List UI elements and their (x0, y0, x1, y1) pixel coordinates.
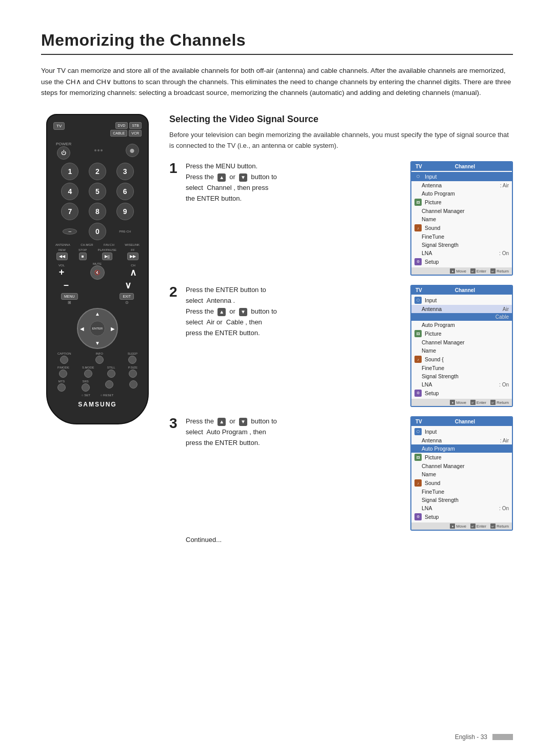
menu2-antenna-row: Antenna Air (411, 305, 512, 313)
numpad: 1 2 3 4 5 6 7 8 9 – 0 PRE-CH (53, 163, 142, 240)
sleep-button[interactable] (128, 356, 136, 364)
step-3-content: Press the ▲ or ▼ button to select Auto P… (186, 416, 513, 531)
stop-button[interactable]: ■ (79, 253, 87, 260)
mts-button[interactable] (57, 383, 66, 392)
menu-exit-row: MENU ⊞ EXIT ⊙ (53, 293, 142, 305)
func-row: ANTENNA CH.MGR FAV.CH WISELINK (53, 243, 142, 246)
transport-controls: REW ◀◀ STOP ■ PLAY/PAUSE ▶|| FF ▶▶ (53, 248, 142, 260)
step-1-number: 1 (169, 161, 180, 176)
nav-left-arrow[interactable]: ◀ (80, 325, 84, 331)
btn-3[interactable]: 3 (116, 163, 134, 180)
instructions-area: Selecting the Video Signal Source Before… (169, 114, 513, 544)
info-button[interactable] (95, 356, 104, 364)
picture-icon-2: 🖼 (414, 330, 422, 337)
samsung-logo: SAMSUNG (53, 401, 142, 408)
still-button[interactable] (107, 370, 115, 378)
source-button[interactable]: ⬤ (126, 144, 139, 157)
cable-button[interactable]: CABLE (110, 130, 127, 137)
menu2-lna: LNA : On (411, 380, 512, 389)
menu-item-autoprog: Auto Program (411, 189, 512, 198)
menu2-name: Name (411, 346, 512, 355)
btn-5[interactable]: 5 (89, 183, 106, 200)
remote-body: TV DVD STB CABLE VCR (46, 114, 149, 424)
menu3-input: ⬡ Input (411, 427, 512, 436)
set-label: ○ SET (82, 394, 90, 397)
btn-1[interactable]: 1 (61, 163, 78, 180)
menu3-signal: Signal Strength (411, 496, 512, 504)
nav-circle[interactable]: ▲ ▼ ◀ ▶ ENTER (77, 308, 118, 349)
psize-button[interactable] (129, 370, 137, 378)
prech-label: PRE-CH (119, 230, 131, 233)
menu-button[interactable]: MENU (61, 293, 78, 300)
info-label: INFO (95, 352, 103, 355)
step-1: 1 Press the MENU button. Press the ▲ or … (169, 161, 513, 276)
menu3-autoprog: Auto Program (411, 444, 512, 453)
tv-button[interactable]: TV (53, 122, 65, 130)
btn-9[interactable]: 9 (116, 203, 134, 220)
tv-menu-2-header: TV Channel (411, 286, 512, 295)
remote-control: TV DVD STB CABLE VCR (41, 114, 154, 544)
nav-down-arrow[interactable]: ▼ (95, 340, 100, 346)
menu2-autoprog: Auto Program (411, 321, 512, 329)
rew-button[interactable]: ◀◀ (56, 253, 68, 260)
footer-bar (492, 734, 513, 740)
antenna-label: ANTENNA (55, 243, 70, 246)
dvd-button[interactable]: DVD (115, 122, 128, 129)
tv-menu-3-body: ⬡ Input Antenna : Air Auto Program (411, 426, 512, 522)
mute-button[interactable]: 🔇 (90, 265, 105, 280)
caption-button[interactable] (60, 356, 68, 364)
btn-7[interactable]: 7 (61, 203, 78, 220)
vol-ch-controls: VOL + MUTE 🔇 CH ∧ (53, 262, 142, 280)
btn-0[interactable]: 0 (89, 223, 106, 240)
btn-2[interactable]: 2 (89, 163, 106, 180)
input-icon-3: ⬡ (414, 428, 422, 435)
page-title: Memorizing the Channels (41, 31, 513, 55)
smode-button[interactable] (84, 370, 92, 378)
step-2-text: Press the ENTER button to select Antenna… (186, 285, 404, 338)
btn-8[interactable]: 8 (89, 203, 106, 220)
extra-button[interactable] (105, 380, 113, 389)
vol-plus[interactable]: + (59, 267, 65, 278)
section-title: Selecting the Video Signal Source (169, 114, 513, 125)
menu2-setup: ⚙ Setup (411, 389, 512, 398)
dash-button[interactable]: – (63, 228, 77, 235)
step-2-content: Press the ENTER button to select Antenna… (186, 285, 513, 407)
tv-menu-1-header: TV Channel (411, 162, 512, 171)
tv-menu-3-footer: ✦ Move ↵ Enter ↩ Return (411, 522, 512, 530)
menu3-sound: ♪ Sound (411, 478, 512, 488)
sound-icon-3: ♪ (414, 479, 422, 487)
menu3-finetune: FineTune (411, 488, 512, 496)
vol-minus[interactable]: – (64, 280, 69, 290)
ch-down[interactable]: ∨ (125, 280, 131, 291)
input-icon-2: ⬡ (414, 297, 422, 304)
play-button[interactable]: ▶|| (102, 253, 112, 260)
menu3-antenna-row: Antenna : Air (411, 436, 512, 444)
pmode-button[interactable] (59, 370, 67, 378)
wiselink-label: WISELINK (125, 243, 140, 246)
exit-button[interactable]: EXIT (120, 293, 134, 300)
extra-button2[interactable] (129, 380, 137, 389)
caption-row: CAPTION INFO SLEEP (53, 352, 142, 364)
stb-button[interactable]: STB (129, 122, 142, 129)
power-button[interactable]: ⏻ (57, 146, 70, 160)
btn-6[interactable]: 6 (116, 183, 134, 200)
steps-container: 1 Press the MENU button. Press the ▲ or … (169, 161, 513, 531)
srs-button[interactable] (82, 383, 90, 392)
nav-right-arrow[interactable]: ▶ (111, 325, 115, 331)
nav-up-arrow[interactable]: ▲ (95, 311, 100, 317)
chmgr-label: CH.MGR (81, 243, 93, 246)
ch-up[interactable]: ∧ (130, 267, 136, 278)
menu2-picture: 🖼 Picture (411, 329, 512, 338)
page-footer: English - 33 (455, 733, 513, 741)
enter-button[interactable]: ENTER (90, 321, 105, 336)
step-3-number: 3 (169, 416, 180, 431)
sound-icon-2: ♪ (414, 356, 422, 363)
tv-menu-3-header: TV Channel (411, 417, 512, 426)
btn-4[interactable]: 4 (61, 183, 78, 200)
picture-icon-3: 🖼 (414, 454, 422, 461)
step-1-content: Press the MENU button. Press the ▲ or ▼ … (186, 161, 513, 276)
vcr-button[interactable]: VCR (129, 130, 142, 137)
input-icon: ⬡ (414, 173, 422, 180)
menu3-lna: LNA : On (411, 504, 512, 512)
ff-button[interactable]: ▶▶ (127, 253, 138, 260)
